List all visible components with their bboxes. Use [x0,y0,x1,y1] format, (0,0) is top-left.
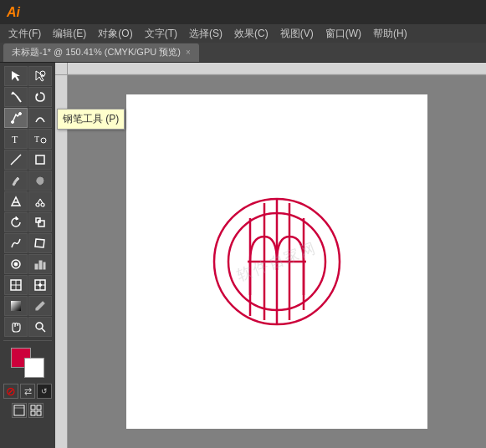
app-logo: Ai [7,5,20,20]
free-transform-button[interactable] [28,233,52,253]
anchor-point-button[interactable] [4,191,28,211]
color-swatch-area [2,348,54,378]
menu-object[interactable]: 对象(O) [93,25,137,43]
background-color[interactable] [24,358,44,378]
tab-title: 未标题-1* @ 150.41% (CMYK/GPU 预览) [12,46,181,59]
blob-brush-button[interactable] [28,171,52,191]
menu-window[interactable]: 窗口(W) [320,25,366,43]
mesh-button[interactable] [28,275,52,295]
toolbar-divider [3,340,52,341]
tool-row-7 [2,191,54,211]
scale-button[interactable] [28,212,52,232]
svg-marker-16 [16,216,18,220]
svg-rect-39 [37,411,41,415]
svg-rect-17 [38,221,44,227]
line-tool-button[interactable] [4,150,28,170]
tool-row-9 [2,233,54,253]
svg-rect-36 [31,405,35,410]
color-swatches[interactable] [11,348,44,378]
selection-tool-button[interactable] [4,66,28,86]
ruler-horizontal [68,63,486,75]
svg-point-5 [11,121,13,124]
lasso-tool-button[interactable] [28,87,52,107]
svg-point-4 [18,113,21,115]
svg-rect-23 [43,262,45,269]
tool-row-6 [2,171,54,191]
scissors-button[interactable] [28,191,52,211]
symbol-button[interactable] [4,254,28,274]
svg-rect-37 [37,405,41,410]
svg-line-9 [11,155,21,165]
tool-row-11 [2,275,54,295]
svg-point-12 [36,203,39,206]
view-tools-row [2,403,54,418]
svg-point-32 [36,323,43,329]
tool-row-12 [2,296,54,316]
tool-row-hand-zoom [2,317,54,337]
menu-file[interactable]: 文件(F) [3,25,46,43]
touch-type-button[interactable]: T [28,129,52,149]
tool-row-5 [2,150,54,170]
warp-button[interactable] [4,233,28,253]
swap-colors-button[interactable]: ⇄ [20,384,35,399]
document-tab[interactable]: 未标题-1* @ 150.41% (CMYK/GPU 预览) × [3,43,199,62]
curvature-tool-button[interactable] [28,108,52,128]
zoom-tool-button[interactable] [28,317,52,337]
svg-point-8 [41,138,46,143]
ruler-vertical [55,75,68,448]
menu-select[interactable]: 选择(S) [184,25,228,43]
shape-tool-button[interactable] [28,150,52,170]
tool-row-8 [2,212,54,232]
svg-line-33 [42,328,45,332]
color-tools-row: ⊘ ⇄ ↺ [2,384,54,399]
menu-help[interactable]: 帮助(H) [368,25,412,43]
svg-text:T: T [34,135,39,144]
svg-rect-38 [31,411,35,415]
menu-effect[interactable]: 效果(C) [229,25,274,43]
svg-rect-22 [39,261,42,269]
title-bar: Ai [0,0,486,24]
type-tool-button[interactable]: T [4,129,28,149]
tab-bar: 未标题-1* @ 150.41% (CMYK/GPU 预览) × [0,43,486,63]
logo-drawing [202,186,352,337]
svg-line-15 [40,199,43,203]
tool-row-10 [2,254,54,274]
ruler-corner [55,63,68,75]
svg-line-1 [17,96,21,102]
slice-button[interactable] [4,275,28,295]
print-tiling-button[interactable] [28,403,43,418]
svg-rect-34 [14,405,24,415]
canvas-content: 软件自家网 [68,75,486,448]
direct-selection-tool-button[interactable] [28,66,52,86]
tool-row-selection [2,66,54,86]
artboard-button[interactable] [12,403,27,418]
svg-point-20 [14,262,18,266]
menu-edit[interactable]: 编辑(E) [48,25,91,43]
svg-rect-10 [36,155,44,164]
artboard: 软件自家网 [126,94,427,429]
pen-tool-button[interactable] [4,108,28,128]
paintbrush-button[interactable] [4,171,28,191]
pen-tool-tooltip: 钢笔工具 (P) [57,109,125,130]
magic-wand-button[interactable] [4,87,28,107]
none-fill-button[interactable]: ⊘ [3,384,18,399]
menu-text[interactable]: 文字(T) [140,25,182,43]
rotate-button[interactable] [4,212,28,232]
chart-button[interactable] [28,254,52,274]
svg-point-30 [38,284,41,287]
gradient-button[interactable] [4,296,28,316]
svg-rect-21 [35,264,38,269]
tool-row-pen [2,108,54,128]
tool-row-4: T T [2,129,54,149]
tab-close-button[interactable]: × [186,48,191,57]
eyedropper-button[interactable] [28,296,52,316]
svg-point-13 [41,203,44,206]
menu-view[interactable]: 视图(V) [275,25,319,43]
hand-tool-button[interactable] [4,317,28,337]
svg-rect-31 [11,301,21,311]
svg-line-14 [38,199,40,203]
svg-text:T: T [12,134,18,145]
menu-bar: 文件(F) 编辑(E) 对象(O) 文字(T) 选择(S) 效果(C) 视图(V… [0,24,486,43]
default-colors-button[interactable]: ↺ [37,384,52,399]
toolbar: T T [0,63,55,448]
